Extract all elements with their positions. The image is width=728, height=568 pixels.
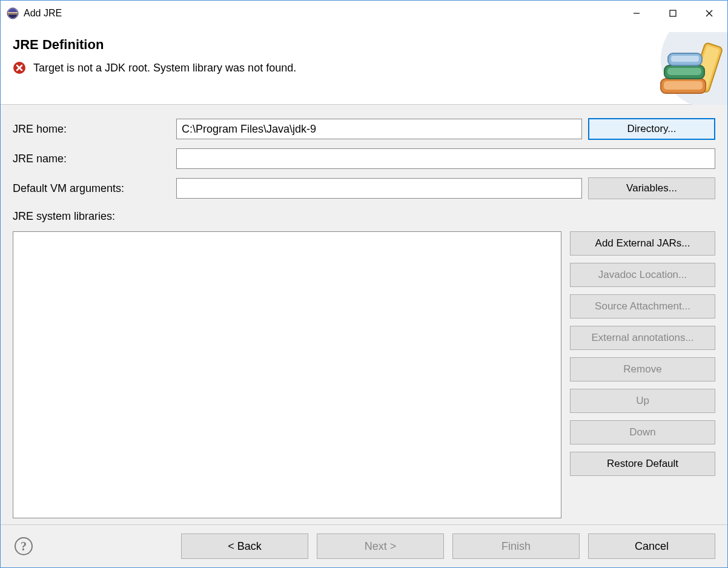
syslib-label: JRE system libraries: xyxy=(13,210,715,223)
cancel-button[interactable]: Cancel xyxy=(588,533,715,559)
back-button[interactable]: < Back xyxy=(181,533,308,559)
vm-args-label: Default VM arguments: xyxy=(13,182,170,195)
source-attachment-button[interactable]: Source Attachment... xyxy=(570,294,715,319)
close-button[interactable] xyxy=(691,1,727,26)
eclipse-icon xyxy=(7,7,19,19)
javadoc-location-button[interactable]: Javadoc Location... xyxy=(570,263,715,287)
svg-text:?: ? xyxy=(21,540,27,553)
syslib-listbox[interactable] xyxy=(13,231,561,518)
down-button[interactable]: Down xyxy=(570,420,715,444)
external-annotations-button[interactable]: External annotations... xyxy=(570,326,715,350)
variables-button[interactable]: Variables... xyxy=(588,177,715,199)
finish-button[interactable]: Finish xyxy=(452,533,580,559)
svg-rect-4 xyxy=(8,14,18,15)
syslib-button-column: Add External JARs... Javadoc Location...… xyxy=(570,231,715,518)
syslib-area: Add External JARs... Javadoc Location...… xyxy=(13,231,715,518)
error-message-row: Target is not a JDK root. System library… xyxy=(13,61,715,74)
directory-button[interactable]: Directory... xyxy=(588,118,715,140)
help-button[interactable]: ? xyxy=(13,535,35,557)
restore-default-button[interactable]: Restore Default xyxy=(570,452,715,476)
jre-name-label: JRE name: xyxy=(13,153,170,165)
wizard-footer: ? < Back Next > Finish Cancel xyxy=(1,524,727,567)
add-jre-dialog: Add JRE JRE Definition xyxy=(0,0,728,568)
titlebar: Add JRE xyxy=(1,1,727,26)
error-icon xyxy=(13,61,26,74)
minimize-button[interactable] xyxy=(618,1,655,26)
window-controls xyxy=(618,1,727,26)
jre-name-row: JRE name: xyxy=(13,148,715,169)
maximize-button[interactable] xyxy=(655,1,691,26)
jre-home-row: JRE home: Directory... xyxy=(13,118,715,140)
form-content: JRE home: Directory... JRE name: Default… xyxy=(1,105,727,524)
vm-args-row: Default VM arguments: Variables... xyxy=(13,177,715,199)
error-message-text: Target is not a JDK root. System library… xyxy=(33,62,296,74)
vm-args-input[interactable] xyxy=(176,178,582,199)
up-button[interactable]: Up xyxy=(570,389,715,413)
jre-home-label: JRE home: xyxy=(13,123,170,136)
svg-rect-6 xyxy=(670,10,676,16)
wizard-banner: JRE Definition Target is not a JDK root.… xyxy=(1,26,727,105)
page-title: JRE Definition xyxy=(13,37,715,53)
jre-home-input[interactable] xyxy=(176,119,582,139)
window-title: Add JRE xyxy=(24,8,618,19)
jre-name-input[interactable] xyxy=(176,148,715,169)
remove-button[interactable]: Remove xyxy=(570,357,715,381)
next-button[interactable]: Next > xyxy=(317,533,444,559)
add-external-jars-button[interactable]: Add External JARs... xyxy=(570,231,715,256)
svg-rect-3 xyxy=(8,12,18,13)
